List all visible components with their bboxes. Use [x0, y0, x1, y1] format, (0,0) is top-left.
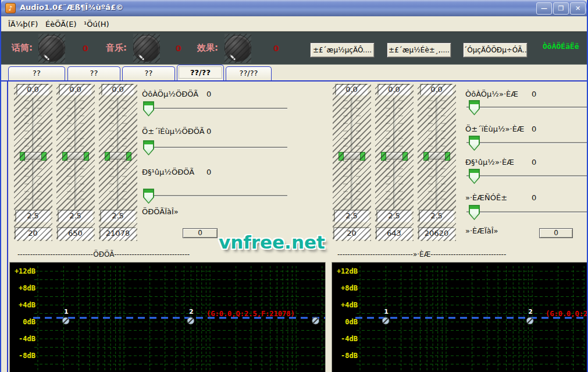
db-axis-label: +4dB	[341, 301, 358, 309]
tab-4-active[interactable]: ??/??	[177, 65, 224, 80]
effect-to-center-slider[interactable]	[143, 189, 287, 204]
music-to-center-value: 0	[206, 90, 211, 98]
music-to-center-label: ÒôÀÖµ½ÖÐÖÃ	[142, 90, 198, 98]
band-gain-value: 0.0	[377, 84, 411, 95]
eq-readout: (G:0.0,Q:2.5,	[546, 310, 588, 318]
eq-band-number: 2	[189, 308, 194, 316]
window-controls: — ❐ ✕	[536, 2, 586, 15]
band-freq-value: 20	[15, 227, 51, 240]
save-to-device-button[interactable]: ±£´æµ½Éè±¸,....	[387, 42, 451, 58]
slider-thumb[interactable]	[469, 100, 480, 115]
music-to-center-slider[interactable]	[143, 101, 287, 116]
slider-thumb[interactable]	[143, 140, 154, 155]
surround-section-header: ------------------------------»·ÈÆ------…	[337, 250, 506, 258]
band-q-value: 2.5	[376, 210, 412, 222]
eq-band-number: 2	[528, 308, 533, 316]
close-button[interactable]: ✕	[570, 2, 586, 15]
effect-to-surround-value: 0	[532, 158, 536, 166]
eq-readout: (G:0.0,Q:2.5,F:21078)	[206, 310, 295, 318]
band-slider-thumb[interactable]	[105, 152, 131, 160]
effect-value: 0	[273, 44, 279, 53]
maximize-button[interactable]: ❐	[553, 2, 569, 15]
surround-phase-label: »·ÈÆÏàÎ»	[465, 226, 498, 235]
direct-to-center-value: 0	[206, 127, 211, 136]
effect-volume-knob[interactable]	[225, 36, 251, 61]
db-axis-label: 0dB	[345, 318, 358, 326]
slider-thumb[interactable]	[143, 101, 154, 116]
slider-thumb[interactable]	[143, 189, 154, 204]
titlebar[interactable]: ♪ Audio1.0£¨Æß¶Î¾ùºâ£© — ❐ ✕	[1, 0, 587, 16]
tab-2[interactable]: ??	[67, 66, 120, 80]
db-axis-label: -4dB	[341, 335, 358, 343]
db-axis-label: +8dB	[341, 284, 358, 292]
center-eq-band-3: 0.0 2.5 21078	[99, 84, 137, 241]
band-slider-thumb[interactable]	[62, 152, 89, 160]
mic-volume-knob[interactable]	[39, 36, 65, 61]
menu-file[interactable]: ÎÄ¼þ(F)	[6, 19, 40, 30]
eq-band-number: 1	[384, 308, 389, 316]
watermark: vnfree.net	[219, 232, 325, 253]
music-label: 音乐:	[106, 42, 127, 54]
db-axis-label: -8dB	[19, 352, 35, 360]
db-axis-label: +12dB	[15, 267, 35, 275]
band-gain-value: 0.0	[420, 84, 453, 95]
band-slider-thumb[interactable]	[423, 152, 450, 160]
minimize-button[interactable]: —	[536, 2, 552, 15]
center-phase-button[interactable]: 0	[183, 228, 218, 238]
save-to-pc-button[interactable]: ±£´æµ½µçÄÔ....	[310, 42, 375, 58]
music-knob-block	[133, 34, 160, 63]
tab-page-border	[7, 82, 8, 372]
db-axis-label: +12dB	[337, 267, 358, 275]
direct-to-surround-slider[interactable]	[466, 136, 588, 151]
db-axis-label: 0dB	[23, 318, 35, 326]
direct-to-center-slider[interactable]	[143, 140, 287, 155]
slider-thumb[interactable]	[469, 136, 480, 151]
band-slider-thumb[interactable]	[20, 152, 47, 160]
surround-eq-band-2: 0.0 2.5 643	[375, 84, 414, 241]
tab-5[interactable]: ??/??	[226, 66, 272, 80]
center-eq-band-2: 0.0 2.5 650	[56, 84, 95, 241]
menu-settings[interactable]: ÉèÖÃ(E)	[43, 19, 79, 30]
db-axis-label: -8dB	[341, 352, 358, 360]
slider-thumb[interactable]	[469, 169, 480, 184]
music-to-surround-slider[interactable]	[466, 100, 588, 115]
band-freq-value: 643	[376, 227, 412, 240]
effect-label: 效果:	[197, 42, 218, 54]
music-volume-knob[interactable]	[134, 36, 159, 61]
band-gain-value: 0.0	[16, 84, 49, 95]
slider-thumb[interactable]	[469, 205, 480, 220]
app-window: ♪ Audio1.0£¨Æß¶Î¾ùºâ£© — ❐ ✕ ÎÄ¼þ(F) ÉèÖ…	[0, 0, 588, 372]
menubar: ÎÄ¼þ(F) ÉèÖÃ(E) ¹Öú(H)	[1, 16, 587, 31]
effect-to-surround-slider[interactable]	[466, 169, 588, 184]
db-axis-label: -4dB	[19, 335, 35, 343]
band-slider-thumb[interactable]	[381, 152, 408, 160]
load-from-pc-button[interactable]: ´ÓµçÄÔÖÐµ÷ÓÃ..	[463, 42, 528, 58]
band-q-value: 2.5	[15, 210, 51, 222]
window-title: Audio1.0£¨Æß¶Î¾ùºâ£©	[20, 3, 123, 12]
tabstrip: ?? ?? ?? ??/?? ??/??	[1, 65, 587, 80]
band-gain-value: 0.0	[59, 84, 92, 95]
menu-help[interactable]: ¹Öú(H)	[81, 19, 112, 30]
center-eq-graph[interactable]: +12dB+8dB+4dB0dB-4dB-8dB12(G:0.0,Q:2.5,F…	[9, 262, 326, 372]
tab-page: 0.0 2.5 20 0.0 2.5 650 0.0 2.5 21078 ÒôÀ…	[1, 80, 587, 372]
direct-to-surround-label: Ö±´ïÉùµ½»·ÈÆ	[465, 125, 525, 133]
effect-to-center-value: 0	[206, 168, 211, 176]
center-phase-label: ÖÐÖÃÏàÎ»	[142, 207, 179, 216]
band-freq-value: 20620	[418, 227, 455, 240]
mic-knob-block	[38, 34, 65, 63]
mic-value: 0	[83, 44, 88, 53]
surround-phase-button[interactable]: 0	[539, 228, 573, 238]
tab-3[interactable]: ??	[122, 66, 175, 80]
mic-label: 话筒:	[12, 42, 33, 54]
center-eq-band-1: 0.0 2.5 20	[14, 84, 52, 241]
band-slider-thumb[interactable]	[338, 152, 365, 160]
surround-eq-graph[interactable]: +12dB+8dB+4dB0dB-4dB-8dB12(G:0.0,Q:2.5,	[332, 262, 588, 372]
band-freq-value: 650	[57, 227, 94, 240]
effect-to-surround-label: Ð§¹ûµ½»·ÈÆ	[465, 158, 514, 166]
effect-to-center-label: Ð§¹ûµ½ÖÐÖÃ	[142, 168, 194, 176]
music-to-surround-value: 0	[532, 90, 536, 98]
center-section-header: ------------------------------ÖÐÖÃ------…	[17, 250, 190, 258]
tab-1[interactable]: ??	[8, 66, 65, 80]
band-freq-value: 20	[333, 227, 370, 240]
surround-delay-slider[interactable]	[466, 205, 588, 220]
